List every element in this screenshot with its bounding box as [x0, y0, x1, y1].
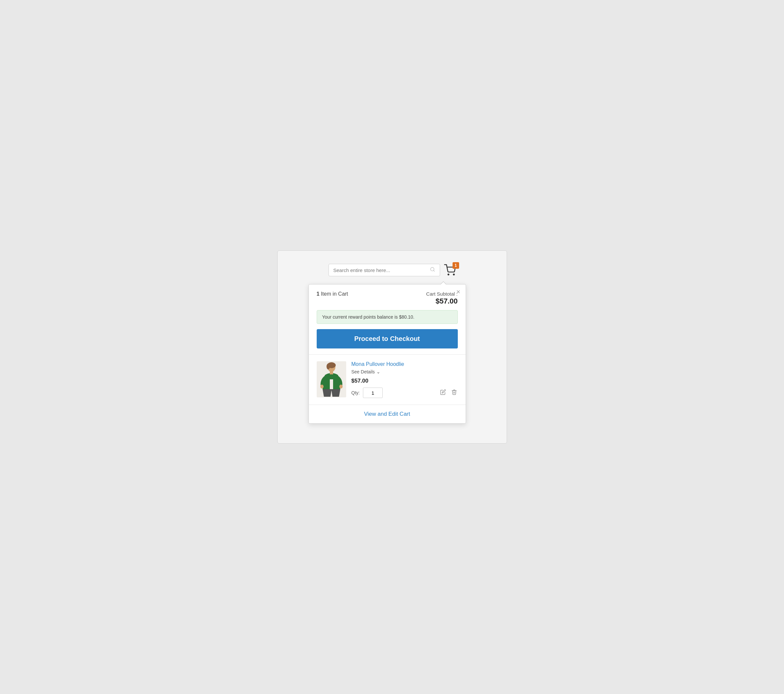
- header-area: 1: [287, 264, 497, 276]
- qty-input[interactable]: [363, 388, 383, 398]
- qty-label: Qty:: [351, 390, 360, 395]
- product-image-svg: [317, 361, 346, 397]
- search-icon: [430, 267, 435, 273]
- svg-point-2: [448, 274, 449, 275]
- checkout-button[interactable]: Proceed to Checkout: [317, 329, 458, 349]
- search-input[interactable]: [333, 267, 427, 273]
- product-details: Mona Pullover Hoodlie See Details ⌄ $57.…: [351, 361, 458, 398]
- items-count: 1 Item in Cart: [317, 291, 348, 297]
- cart-button[interactable]: 1: [444, 264, 456, 276]
- svg-point-6: [326, 363, 330, 370]
- action-icons: [440, 388, 458, 398]
- qty-row: Qty:: [351, 388, 458, 398]
- product-section: Mona Pullover Hoodlie See Details ⌄ $57.…: [309, 355, 466, 405]
- trash-icon: [451, 389, 457, 395]
- product-image-area: [317, 361, 346, 397]
- product-price: $57.00: [351, 378, 458, 384]
- product-name[interactable]: Mona Pullover Hoodlie: [351, 361, 458, 367]
- cart-info-row: 1 Item in Cart Cart Subtotal : $57.00: [317, 291, 458, 306]
- subtotal-area: Cart Subtotal : $57.00: [426, 291, 458, 306]
- close-button[interactable]: ×: [456, 288, 460, 295]
- svg-point-8: [320, 385, 324, 388]
- pencil-icon: [440, 389, 446, 395]
- see-details-row[interactable]: See Details ⌄: [351, 369, 458, 374]
- subtotal-value: $57.00: [426, 297, 458, 306]
- delete-item-button[interactable]: [451, 388, 458, 398]
- footer-section: View and Edit Cart: [309, 405, 466, 423]
- page-wrapper: 1 × 1 Item in Cart Cart Subtotal : $57.0…: [277, 250, 507, 444]
- dropdown-arrow: [440, 281, 446, 285]
- product-image: [317, 361, 346, 397]
- reward-banner: Your current reward points balance is $8…: [317, 310, 458, 324]
- see-details-label: See Details: [351, 369, 375, 374]
- subtotal-label: Cart Subtotal :: [426, 291, 458, 297]
- svg-point-9: [339, 385, 343, 388]
- svg-point-3: [453, 274, 454, 275]
- dropdown-header: 1 Item in Cart Cart Subtotal : $57.00 Yo…: [309, 285, 466, 355]
- chevron-down-icon: ⌄: [376, 369, 380, 374]
- cart-count-badge: 1: [453, 262, 459, 269]
- view-cart-link[interactable]: View and Edit Cart: [364, 411, 410, 417]
- svg-rect-7: [330, 371, 333, 374]
- svg-line-1: [433, 270, 435, 271]
- edit-item-button[interactable]: [440, 388, 446, 397]
- items-count-suffix: Item in Cart: [321, 291, 348, 297]
- search-container[interactable]: [328, 264, 440, 276]
- cart-dropdown: × 1 Item in Cart Cart Subtotal : $57.00 …: [308, 284, 466, 424]
- items-count-number: 1: [317, 291, 320, 297]
